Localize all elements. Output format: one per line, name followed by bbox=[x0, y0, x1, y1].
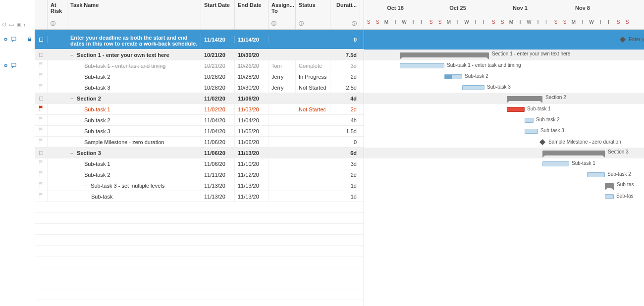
task-name-cell[interactable]: − Sub-task 3 - set multiple levels bbox=[67, 180, 201, 191]
dur-cell[interactable]: 3d bbox=[330, 158, 360, 169]
gantt-row[interactable]: Section 3 bbox=[364, 148, 644, 158]
end-cell[interactable]: 11/12/20 bbox=[235, 169, 268, 180]
flag-cell[interactable] bbox=[35, 50, 48, 60]
flag-cell[interactable] bbox=[35, 137, 48, 148]
empty-row[interactable] bbox=[35, 224, 364, 235]
empty-row[interactable] bbox=[35, 289, 364, 300]
flag-cell[interactable] bbox=[35, 115, 48, 126]
status-cell[interactable]: In Progress bbox=[296, 71, 330, 82]
milestone-icon[interactable]: Sample Milestone - zero duration bbox=[539, 139, 545, 146]
task-name-cell[interactable]: Sub-task 3 bbox=[67, 82, 201, 93]
info-icon[interactable]: i bbox=[24, 22, 25, 28]
grid-row[interactable]: Sub-task 1 - enter task and timing10/21/… bbox=[35, 60, 364, 71]
grid-row[interactable]: − Sub-task 3 - set multiple levels11/13/… bbox=[35, 180, 364, 191]
task-name-cell[interactable]: Sub-task 1 - enter task and timing bbox=[67, 60, 201, 71]
start-cell[interactable]: 10/26/20 bbox=[201, 71, 235, 82]
empty-row[interactable] bbox=[35, 300, 364, 306]
grid-row[interactable]: − Section 211/02/2011/06/204d bbox=[35, 93, 364, 104]
start-cell[interactable]: 10/28/20 bbox=[201, 82, 235, 93]
flag-cell[interactable] bbox=[35, 36, 48, 43]
dur-cell[interactable]: 6d bbox=[330, 148, 360, 158]
start-cell[interactable]: 11/02/20 bbox=[201, 104, 235, 115]
task-name-cell[interactable]: Enter your deadline as both the start an… bbox=[67, 33, 201, 47]
dur-cell[interactable]: 3d bbox=[330, 60, 360, 71]
link-icon[interactable] bbox=[3, 37, 8, 43]
gantt-bar[interactable]: Sub-task 2 bbox=[587, 172, 605, 177]
task-name-cell[interactable]: − Section 3 bbox=[67, 148, 201, 158]
dur-cell[interactable]: 2d bbox=[330, 104, 360, 115]
grid-row[interactable]: − Section 311/06/2011/13/206d bbox=[35, 148, 364, 158]
task-name-cell[interactable]: − Section 2 bbox=[67, 93, 201, 104]
attachment-icon[interactable]: ⊜ bbox=[2, 21, 6, 28]
start-cell[interactable]: 11/06/20 bbox=[201, 158, 235, 169]
col-task-name[interactable]: Task Name bbox=[67, 0, 201, 29]
gantt-row[interactable]: Sub-task 2 bbox=[364, 115, 644, 126]
comment-row-icon[interactable] bbox=[11, 63, 16, 69]
start-cell[interactable]: 11/02/20 bbox=[201, 93, 235, 104]
gantt-bar[interactable]: Sub-task 1 - enter task and timing bbox=[400, 63, 444, 68]
milestone-icon[interactable]: Enter y bbox=[620, 37, 626, 44]
empty-row[interactable] bbox=[35, 246, 364, 256]
dur-cell[interactable]: 2.5d bbox=[330, 82, 360, 93]
gantt-row[interactable]: Section 1 - enter your own text here bbox=[364, 50, 644, 60]
flag-cell[interactable] bbox=[35, 158, 48, 169]
grid-row[interactable]: − Section 1 - enter your own text here10… bbox=[35, 50, 364, 60]
end-cell[interactable]: 11/14/20 bbox=[235, 36, 268, 43]
task-name-cell[interactable]: Sub-task 3 bbox=[67, 126, 201, 137]
gantt-body[interactable]: Enter ySection 1 - enter your own text h… bbox=[364, 30, 644, 306]
col-at-risk[interactable]: At Riskⓘ bbox=[48, 0, 67, 29]
gantt-bar[interactable]: Sub-task 2 bbox=[525, 118, 534, 123]
gantt-bar[interactable]: Section 1 - enter your own text here bbox=[400, 52, 489, 57]
grid-row[interactable]: Enter your deadline as both the start an… bbox=[35, 30, 364, 50]
dur-cell[interactable]: 0 bbox=[330, 36, 360, 43]
gantt-bar[interactable]: Sub-task 3 bbox=[462, 85, 484, 90]
toggle-icon[interactable]: − bbox=[70, 93, 75, 104]
start-cell[interactable]: 11/14/20 bbox=[201, 36, 235, 43]
status-cell[interactable]: Not Started bbox=[296, 82, 330, 93]
gantt-bar[interactable]: Sub-task 2 bbox=[444, 74, 462, 79]
status-cell[interactable]: Complete bbox=[296, 60, 330, 71]
gantt-row[interactable]: Sub-task 3 bbox=[364, 82, 644, 93]
task-name-cell[interactable]: Sub-task bbox=[67, 191, 201, 202]
col-status[interactable]: Statusⓘ bbox=[296, 0, 330, 29]
gantt-row[interactable]: Section 2 bbox=[364, 93, 644, 104]
start-cell[interactable]: 11/04/20 bbox=[201, 126, 235, 137]
flag-cell[interactable] bbox=[35, 93, 48, 104]
task-name-cell[interactable]: − Section 1 - enter your own text here bbox=[67, 50, 201, 60]
flag-cell[interactable] bbox=[35, 148, 48, 158]
toggle-icon[interactable]: − bbox=[84, 180, 89, 191]
task-name-cell[interactable]: Sub-task 2 bbox=[67, 169, 201, 180]
end-cell[interactable]: 11/10/20 bbox=[235, 158, 268, 169]
end-cell[interactable]: 11/05/20 bbox=[235, 126, 268, 137]
col-flag[interactable] bbox=[35, 0, 48, 29]
end-cell[interactable]: 10/28/20 bbox=[235, 71, 268, 82]
end-cell[interactable]: 11/13/20 bbox=[235, 148, 268, 158]
gantt-row[interactable]: Sub-task 1 bbox=[364, 104, 644, 115]
flag-cell[interactable] bbox=[35, 60, 48, 71]
empty-row[interactable] bbox=[35, 267, 364, 278]
gantt-bar[interactable]: Sub-tas bbox=[605, 194, 614, 199]
gantt-bar[interactable]: Sub-task 1 bbox=[542, 161, 569, 166]
gantt-bar[interactable]: Sub-task 3 bbox=[525, 129, 538, 134]
end-cell[interactable]: 10/26/20 bbox=[235, 60, 268, 71]
end-cell[interactable]: 11/06/20 bbox=[235, 93, 268, 104]
gantt-bar[interactable]: Section 2 bbox=[507, 96, 542, 101]
grid-row[interactable]: Sub-task 211/04/2011/04/204h bbox=[35, 115, 364, 126]
end-cell[interactable]: 10/30/20 bbox=[235, 50, 268, 60]
start-cell[interactable]: 11/13/20 bbox=[201, 180, 235, 191]
task-name-cell[interactable]: Sample Milestone - zero duration bbox=[67, 137, 201, 148]
comment-row-icon[interactable] bbox=[11, 37, 16, 43]
flag-cell[interactable] bbox=[35, 126, 48, 137]
col-assigned-to[interactable]: Assign... Toⓘ bbox=[268, 0, 296, 29]
task-name-cell[interactable]: Sub-task 1 bbox=[67, 104, 201, 115]
gantt-row[interactable]: Sub-task 3 bbox=[364, 126, 644, 137]
dur-cell[interactable]: 1d bbox=[330, 191, 360, 202]
proof-icon[interactable]: ▣ bbox=[16, 21, 21, 28]
gantt-row[interactable]: Sub-tas bbox=[364, 180, 644, 191]
gantt-row[interactable]: Enter y bbox=[364, 30, 644, 50]
empty-row[interactable] bbox=[35, 278, 364, 289]
grid-row[interactable]: Sub-task 111/02/2011/03/20Not Startec2d bbox=[35, 104, 364, 115]
gantt-bar[interactable]: Section 3 bbox=[542, 151, 605, 155]
gantt-bar[interactable]: Sub-tas bbox=[605, 183, 614, 188]
flag-cell[interactable] bbox=[35, 180, 48, 191]
